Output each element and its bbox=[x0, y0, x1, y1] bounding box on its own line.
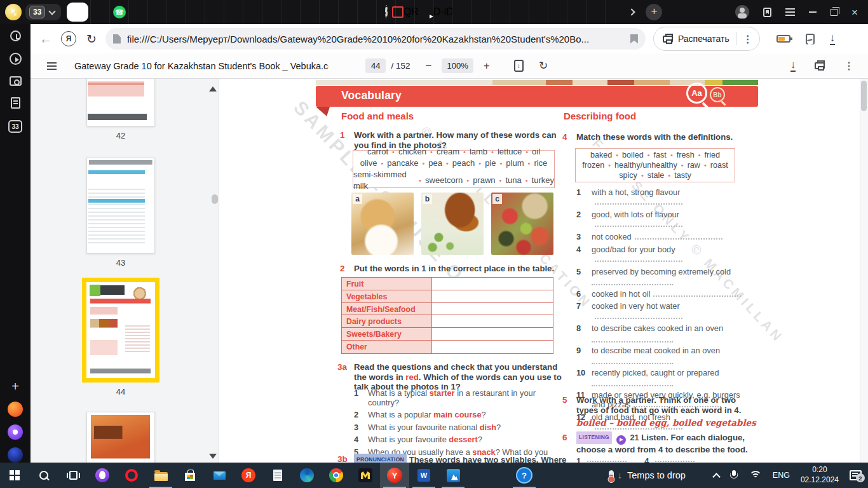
browser-tab[interactable] bbox=[338, 0, 357, 24]
zoom-level[interactable]: 100% bbox=[442, 58, 473, 73]
wifi-icon[interactable] bbox=[749, 471, 762, 480]
browser-tab[interactable] bbox=[510, 0, 529, 24]
url-text[interactable]: file:///C:/Users/Меруерт/Downloads/Gatew… bbox=[127, 34, 624, 44]
taskbar-app-button[interactable] bbox=[88, 463, 117, 488]
taskbar-app-button[interactable] bbox=[29, 463, 58, 488]
taskbar-app-button[interactable] bbox=[468, 463, 510, 488]
maximize-button[interactable] bbox=[831, 9, 837, 16]
taskbar-app-button[interactable] bbox=[58, 463, 88, 488]
weather-widget[interactable]: ↓ Temps to drop bbox=[602, 463, 692, 488]
pdf-scrollbar-thumb[interactable] bbox=[861, 81, 867, 111]
browser-tab[interactable] bbox=[90, 0, 109, 24]
browser-tab[interactable] bbox=[529, 0, 548, 24]
browser-tab[interactable] bbox=[471, 0, 491, 24]
page-thumbnail[interactable] bbox=[86, 79, 155, 126]
rail-app-purple-icon[interactable] bbox=[8, 424, 23, 440]
smart-search-icon[interactable] bbox=[5, 4, 22, 20]
bookmarks-panel-icon[interactable] bbox=[763, 8, 771, 17]
profile-avatar[interactable] bbox=[735, 5, 749, 19]
browser-tab[interactable] bbox=[567, 0, 586, 24]
taskbar-app-button[interactable] bbox=[351, 463, 380, 488]
taskbar-app-button[interactable] bbox=[263, 463, 292, 488]
browser-tab[interactable]: ☎ bbox=[109, 0, 128, 24]
notifications-icon[interactable]: 2 bbox=[850, 470, 862, 480]
browser-tab[interactable] bbox=[262, 0, 281, 24]
browser-tab[interactable] bbox=[605, 0, 624, 24]
thumbnail-item[interactable]: 44 bbox=[82, 278, 159, 397]
browser-tab[interactable] bbox=[147, 0, 166, 24]
browser-tab[interactable] bbox=[548, 0, 567, 24]
downloads-icon[interactable]: ↓ bbox=[830, 32, 836, 45]
taskbar-app-button[interactable]: ? bbox=[510, 463, 539, 488]
minimize-button[interactable] bbox=[809, 11, 817, 13]
taskbar-app-button[interactable]: Я bbox=[234, 463, 263, 488]
browser-tab[interactable] bbox=[586, 0, 605, 24]
browser-tab[interactable] bbox=[452, 0, 471, 24]
pdf-print-button[interactable] bbox=[815, 62, 825, 69]
taskbar-app-button[interactable]: Y bbox=[380, 463, 409, 488]
taskbar-app-button[interactable] bbox=[292, 463, 322, 488]
taskbar-app-button[interactable] bbox=[0, 463, 29, 488]
tab-scroll-right-icon[interactable] bbox=[628, 8, 635, 15]
fit-page-button[interactable]: ↕ bbox=[514, 60, 524, 72]
pdf-more-menu-icon[interactable]: ⋮ bbox=[844, 60, 854, 72]
close-button[interactable]: × bbox=[851, 7, 858, 18]
browser-tab[interactable] bbox=[357, 0, 376, 24]
page-thumbnail[interactable] bbox=[82, 278, 159, 383]
browser-tab[interactable] bbox=[186, 0, 205, 24]
taskbar-app-button[interactable] bbox=[322, 463, 351, 488]
browser-menu-icon[interactable] bbox=[785, 8, 795, 16]
pdf-download-button[interactable]: ↓ bbox=[790, 60, 796, 72]
taskbar-app-button[interactable]: W bbox=[409, 463, 438, 488]
browser-tab[interactable] bbox=[67, 3, 88, 22]
taskbar-app-button[interactable] bbox=[205, 463, 234, 488]
bookmark-flag-icon[interactable] bbox=[630, 34, 638, 44]
print-button[interactable]: Распечатать ⋮ bbox=[653, 27, 760, 51]
browser-tab[interactable] bbox=[205, 0, 224, 24]
browser-tab[interactable] bbox=[166, 0, 186, 24]
address-input[interactable]: file:///C:/Users/Меруерт/Downloads/Gatew… bbox=[105, 28, 646, 50]
tab-counter[interactable]: 33 bbox=[25, 4, 61, 20]
zoom-in-button[interactable]: + bbox=[484, 60, 490, 72]
page-number-input[interactable]: 44 bbox=[365, 58, 386, 73]
history-icon[interactable] bbox=[10, 30, 21, 41]
news-icon[interactable] bbox=[11, 97, 20, 109]
language-indicator[interactable]: ENG bbox=[773, 471, 790, 480]
browser-tab[interactable] bbox=[414, 0, 433, 24]
browser-tab[interactable]: QR bbox=[395, 0, 414, 24]
yandex-home-button[interactable]: Я bbox=[61, 31, 76, 46]
tray-expand-icon[interactable] bbox=[712, 473, 721, 481]
thumbnail-scroll-down-icon[interactable] bbox=[209, 454, 217, 459]
thumbnail-scrollbar-thumb[interactable] bbox=[212, 194, 218, 204]
thumbnail-item[interactable]: 42 bbox=[86, 79, 155, 141]
battery-extension-icon[interactable] bbox=[776, 35, 790, 43]
browser-tab[interactable] bbox=[128, 0, 147, 24]
rail-add-icon[interactable]: + bbox=[11, 379, 19, 394]
back-button[interactable]: ← bbox=[39, 32, 52, 46]
taskbar-app-button[interactable] bbox=[117, 463, 146, 488]
taskbar-app-button[interactable] bbox=[175, 463, 205, 488]
clock[interactable]: 0:20 02.12.2024 bbox=[801, 465, 839, 485]
tabs-panel-badge[interactable]: 33 bbox=[8, 120, 22, 133]
thumbnail-scroll-up-icon[interactable] bbox=[209, 86, 217, 92]
screenshot-icon[interactable] bbox=[10, 76, 22, 86]
thumbnail-item[interactable] bbox=[86, 412, 155, 463]
page-thumbnail[interactable] bbox=[86, 412, 155, 463]
rail-app-orange-icon[interactable] bbox=[8, 402, 23, 417]
rotate-button[interactable]: ↺ bbox=[539, 59, 548, 72]
collections-icon[interactable] bbox=[806, 34, 815, 44]
zoom-out-button[interactable]: − bbox=[426, 60, 432, 72]
reload-button[interactable]: ↻ bbox=[86, 32, 97, 46]
video-icon[interactable] bbox=[10, 53, 22, 65]
browser-tab[interactable] bbox=[319, 0, 338, 24]
page-thumbnail[interactable] bbox=[86, 158, 155, 254]
browser-tab[interactable] bbox=[281, 0, 300, 24]
taskbar-app-button[interactable] bbox=[146, 463, 175, 488]
browser-tab[interactable] bbox=[300, 0, 319, 24]
browser-tab[interactable] bbox=[224, 0, 243, 24]
microphone-icon[interactable] bbox=[730, 470, 738, 481]
browser-tab[interactable]: D·iD bbox=[433, 0, 452, 24]
thumbnail-item[interactable]: 43 bbox=[86, 158, 155, 268]
browser-tab[interactable] bbox=[491, 0, 510, 24]
pdf-scrollbar[interactable] bbox=[860, 79, 868, 463]
